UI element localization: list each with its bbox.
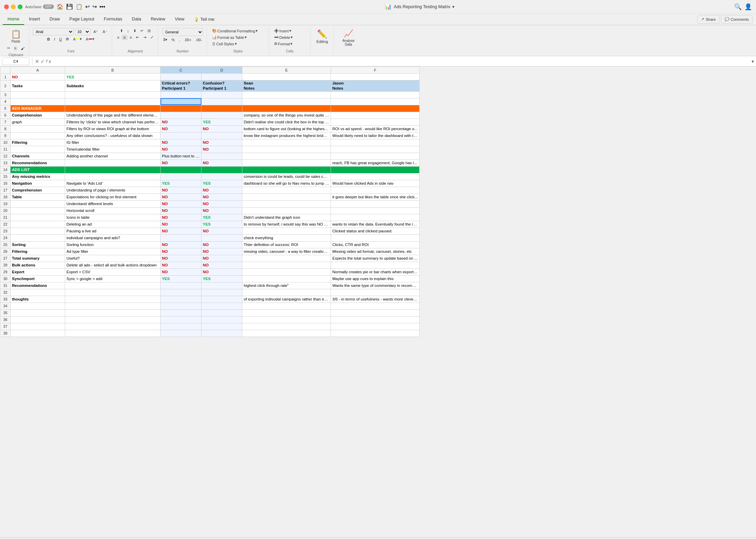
currency-button[interactable]: $▾ [162,37,169,43]
cell-13-B[interactable] [65,159,161,166]
cell-30-D[interactable]: YES [201,275,242,282]
cell-32-A[interactable] [11,289,65,296]
cell-23-E[interactable] [242,228,331,234]
cell-22-E[interactable]: to remove by herself, i would say this w… [242,221,331,228]
cell-30-E[interactable] [242,275,331,282]
cell-26-A[interactable]: Filtering [11,248,65,255]
row-number[interactable]: 3 [0,91,11,98]
cell-10-D[interactable]: NO [201,139,242,146]
cell-27-D[interactable]: NO [201,255,242,262]
cell-31-E[interactable]: highest click through rate" [242,282,331,289]
cell-8-F[interactable]: ROI vs ad spend - would like ROI percent… [331,125,420,132]
row-number[interactable]: 21 [0,214,11,221]
cell-20-D[interactable]: NO [201,207,242,214]
cell-16-F[interactable]: Would have clicked Ads in side nav [331,180,420,187]
cell-15-E[interactable]: conversion is could be leads, could be s… [242,173,331,180]
row-number[interactable]: 6 [0,112,11,119]
row-number[interactable]: 35 [0,309,11,316]
cell-32-F[interactable] [331,289,420,296]
cell-34-A[interactable] [11,303,65,309]
col-header-C[interactable]: C [161,67,201,74]
border-button[interactable]: ⊞ [64,36,71,42]
share-button[interactable]: ↗ Share [697,15,719,24]
cell-37-C[interactable] [161,323,201,330]
format-cells-button[interactable]: ⚙ Format▾ [272,41,307,47]
cell-16-A[interactable]: Navigation [11,180,65,187]
cell-24-D[interactable] [201,234,242,241]
cell-28-A[interactable]: Bulk actions [11,262,65,268]
cell-2-C[interactable]: Critical errors? Participant 1 [161,80,201,92]
cell-7-D[interactable]: YES [201,119,242,125]
cell-4-E[interactable] [242,98,331,105]
toolbar-icon-home[interactable]: 🏠 [57,3,63,10]
cell-11-C[interactable]: NO [161,146,201,153]
cell-1-F[interactable] [331,74,420,80]
cell-34-C[interactable] [161,303,201,309]
row-number[interactable]: 26 [0,248,11,255]
fill-color-button[interactable]: A▾ [71,36,83,42]
cell-9-B[interactable]: Any other conclusions? - usefuless of da… [65,132,161,139]
align-left-button[interactable]: ≡ [116,35,121,40]
row-number[interactable]: 16 [0,180,11,187]
row-number[interactable]: 15 [0,173,11,180]
indent-inc-button[interactable]: ⇥ [141,34,148,40]
percent-button[interactable]: % [170,37,177,43]
tab-home[interactable]: Home [3,14,24,25]
row-number[interactable]: 24 [0,234,11,241]
cell-24-B[interactable]: individual campaigns and ads? [65,234,161,241]
row-number[interactable]: 38 [0,330,11,337]
cell-26-C[interactable]: NO [161,248,201,255]
cell-6-F[interactable] [331,112,420,119]
format-as-table-button[interactable]: 📊 Format as Table▾ [210,34,266,40]
cell-15-B[interactable] [65,173,161,180]
delete-cells-button[interactable]: ➖ Delete▾ [272,34,307,40]
cell-34-D[interactable] [201,303,242,309]
cell-10-F[interactable] [331,139,420,146]
cell-22-C[interactable]: NO [161,221,201,228]
cell-7-F[interactable] [331,119,420,125]
cell-12-B[interactable]: Adding another channel [65,153,161,159]
row-number[interactable]: 30 [0,275,11,282]
row-number[interactable]: 2 [0,80,11,92]
cell-33-F[interactable]: 3/5 - in terms of usefulness - wants mor… [331,296,420,303]
row-number[interactable]: 7 [0,119,11,125]
cell-37-B[interactable] [65,323,161,330]
cell-3-F[interactable] [331,91,420,98]
cell-36-B[interactable] [65,316,161,323]
cell-4-D[interactable] [201,98,242,105]
toolbar-icon-bookmark[interactable]: 📋 [76,3,82,10]
dec-dec-button[interactable]: .00- [194,37,204,43]
cell-33-B[interactable] [65,296,161,303]
profile-icon[interactable]: 👤 [744,3,752,11]
cell-13-C[interactable]: NO [161,159,201,166]
align-top-button[interactable]: ⬆ [118,28,125,34]
cell-styles-button[interactable]: 🗒 Cell Styles▾ [210,41,266,47]
cell-36-C[interactable] [161,316,201,323]
cell-14-D[interactable] [201,166,242,173]
cell-24-C[interactable] [161,234,201,241]
cell-16-B[interactable]: Navigate to 'Ads List' [65,180,161,187]
cell-14-A[interactable]: ADS LIST [11,166,65,173]
cell-9-E[interactable]: know like instagram produces the highest… [242,132,331,139]
cell-21-C[interactable]: NO [161,214,201,221]
cell-23-B[interactable]: Pausing a live ad [65,228,161,234]
cell-reference-input[interactable] [2,58,29,65]
cell-21-A[interactable] [11,214,65,221]
cell-27-F[interactable]: Expects the total summary to update base… [331,255,420,262]
cell-34-E[interactable] [242,303,331,309]
cell-7-A[interactable]: graph [11,119,65,125]
cell-38-F[interactable] [331,330,420,337]
cell-35-F[interactable] [331,309,420,316]
autosave-toggle[interactable]: OFF [43,4,54,9]
cell-35-C[interactable] [161,309,201,316]
cell-31-A[interactable]: Recommendations [11,282,65,289]
cell-25-B[interactable]: Sorting function [65,241,161,248]
tab-page-layout[interactable]: Page Layout [65,14,99,25]
cell-27-E[interactable] [242,255,331,262]
cell-7-C[interactable]: NO [161,119,201,125]
row-number[interactable]: 14 [0,166,11,173]
cell-28-B[interactable]: Delete all ads - select all and bulk act… [65,262,161,268]
cell-5-D[interactable] [201,105,242,112]
toolbar-icon-more[interactable]: ••• [100,4,105,10]
cell-33-E[interactable]: of exporting indivudal campaigns rather … [242,296,331,303]
